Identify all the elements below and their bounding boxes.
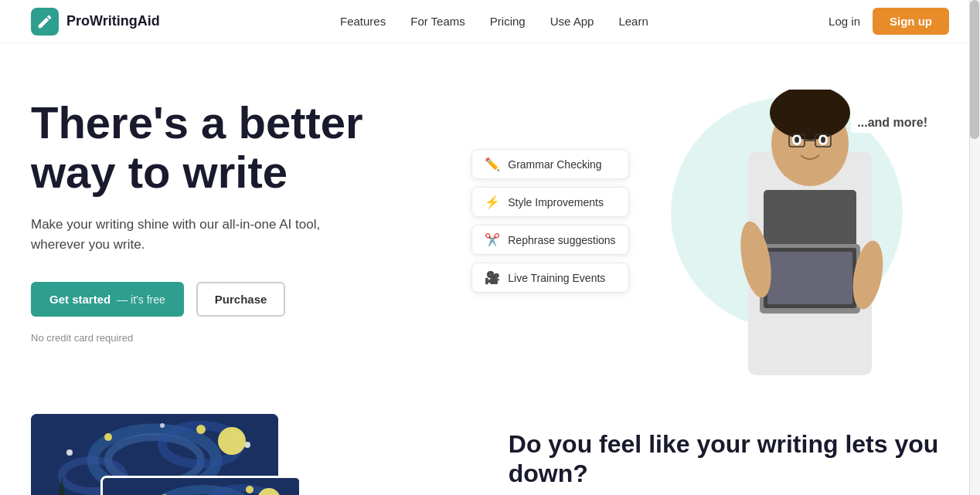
art-overlay: My idea in my head: [100, 476, 301, 495]
svg-point-23: [66, 449, 73, 456]
svg-rect-13: [767, 252, 852, 304]
nav-pricing[interactable]: Pricing: [490, 15, 526, 28]
art-overlay-svg: [103, 478, 301, 495]
hero-right: ✏️ Grammar Checking ⚡ Style Improvements…: [471, 90, 949, 352]
free-label: — it's free: [117, 293, 165, 306]
scrollbar-thumb[interactable]: [970, 0, 979, 139]
nav-features[interactable]: Features: [340, 15, 386, 28]
hero-section: There's a better way to write Make your …: [0, 43, 980, 383]
section2: My idea in my head Do you feel like your…: [0, 383, 980, 495]
feature-pills: ✏️ Grammar Checking ⚡ Style Improvements…: [471, 149, 628, 293]
art-image-container: My idea in my head: [31, 414, 301, 495]
svg-point-21: [104, 433, 112, 441]
grammar-icon: ✏️: [485, 157, 500, 171]
pill-rephrase: ✂️ Rephrase suggestions: [471, 225, 628, 255]
pill-grammar-label: Grammar Checking: [508, 158, 601, 171]
nav-actions: Log in Sign up: [829, 8, 949, 35]
nav-learn[interactable]: Learn: [618, 15, 648, 28]
nav-use-app[interactable]: Use App: [550, 15, 594, 28]
hero-subtitle: Make your writing shine with our all-in-…: [31, 215, 356, 254]
svg-point-5: [795, 137, 799, 143]
logo-text: ProWritingAid: [66, 13, 160, 29]
hero-title: There's a better way to write: [31, 98, 433, 197]
nav-links: Features For Teams Pricing Use App Learn: [340, 15, 648, 28]
svg-point-6: [821, 137, 825, 143]
svg-point-22: [196, 425, 206, 434]
get-started-button[interactable]: Get started — it's free: [31, 282, 184, 317]
logo-link[interactable]: ProWritingAid: [31, 8, 160, 36]
pill-style-label: Style Improvements: [508, 196, 604, 209]
pill-style: ⚡ Style Improvements: [471, 187, 628, 217]
style-icon: ⚡: [485, 195, 500, 209]
hero-buttons: Get started — it's free Purchase: [31, 282, 433, 317]
pill-grammar: ✏️ Grammar Checking: [471, 149, 628, 179]
training-icon: 🎥: [485, 270, 500, 285]
section2-left: My idea in my head: [31, 414, 471, 495]
signup-button[interactable]: Sign up: [873, 8, 949, 35]
svg-point-25: [160, 423, 165, 428]
pill-training-label: Live Training Events: [508, 272, 605, 284]
hero-left: There's a better way to write Make your …: [31, 98, 433, 344]
nav-for-teams[interactable]: For Teams: [410, 15, 465, 28]
logo-svg: [36, 13, 53, 30]
logo-icon: [31, 8, 59, 36]
page-scrollbar[interactable]: [969, 0, 980, 495]
get-started-label: Get started: [49, 293, 111, 306]
section2-right: Do you feel like your writing lets you d…: [509, 414, 949, 495]
rephrase-icon: ✂️: [485, 232, 500, 247]
login-button[interactable]: Log in: [829, 15, 860, 28]
pill-rephrase-label: Rephrase suggestions: [508, 234, 615, 246]
hero-note: No credit card required: [31, 332, 433, 344]
svg-point-26: [218, 427, 246, 455]
navbar: ProWritingAid Features For Teams Pricing…: [0, 0, 980, 43]
svg-point-38: [246, 486, 254, 493]
section2-title: Do you feel like your writing lets you d…: [509, 429, 949, 489]
purchase-button[interactable]: Purchase: [196, 282, 286, 317]
pill-training: 🎥 Live Training Events: [471, 263, 628, 293]
and-more-label: ...and more!: [851, 113, 934, 133]
